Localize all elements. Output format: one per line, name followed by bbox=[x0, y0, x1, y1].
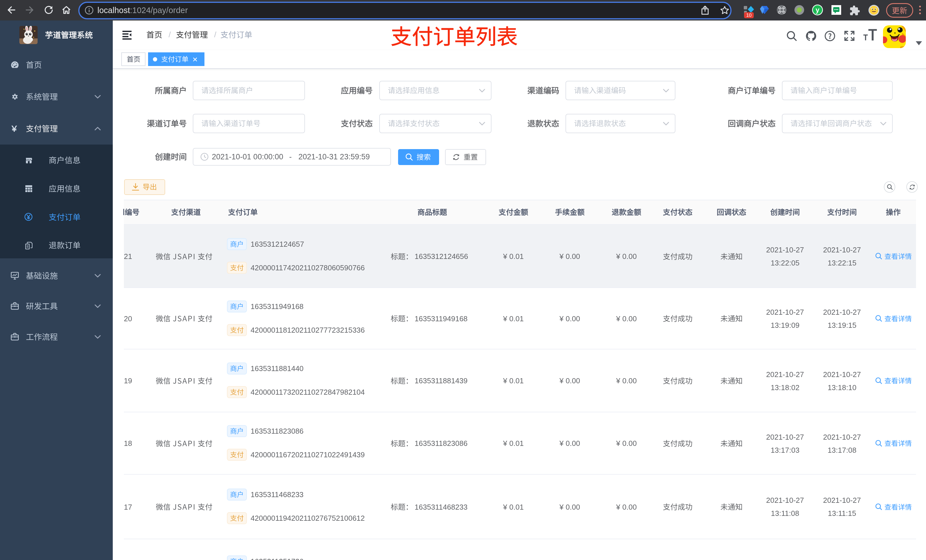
svg-text:y: y bbox=[816, 6, 820, 14]
